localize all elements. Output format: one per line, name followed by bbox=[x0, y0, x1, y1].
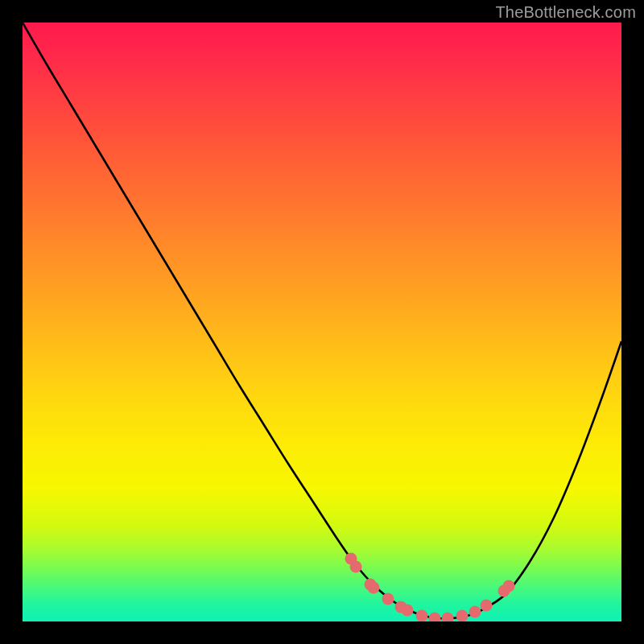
data-marker bbox=[368, 582, 380, 594]
marker-group bbox=[345, 553, 515, 622]
chart-svg bbox=[23, 23, 621, 621]
data-marker bbox=[469, 606, 481, 618]
data-marker bbox=[481, 600, 493, 612]
data-marker bbox=[350, 561, 362, 573]
data-marker bbox=[382, 593, 394, 605]
data-marker bbox=[416, 610, 428, 622]
data-marker bbox=[442, 613, 454, 622]
data-marker bbox=[456, 610, 469, 622]
watermark-text: TheBottleneck.com bbox=[495, 3, 636, 22]
data-marker bbox=[503, 580, 515, 592]
data-marker bbox=[429, 613, 441, 622]
chart-frame bbox=[23, 23, 621, 621]
bottleneck-curve bbox=[23, 23, 621, 618]
data-marker bbox=[402, 605, 414, 617]
